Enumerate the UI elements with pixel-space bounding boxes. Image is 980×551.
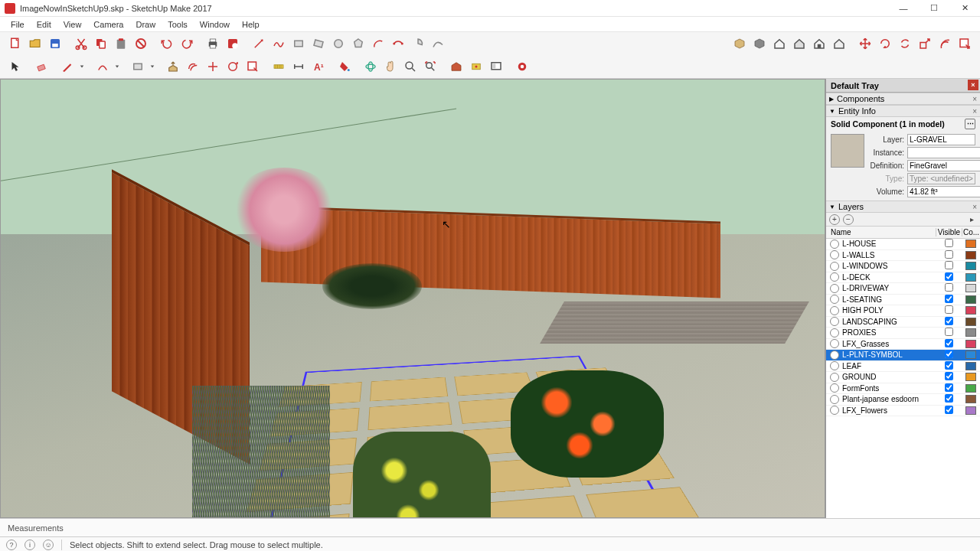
- column-name[interactable]: Name: [826, 228, 936, 236]
- tape-tool-icon[interactable]: [270, 57, 288, 76]
- rectangle-tool-icon[interactable]: [289, 34, 308, 53]
- select-tool-icon[interactable]: [6, 57, 24, 76]
- menu-draw[interactable]: Draw: [131, 18, 160, 31]
- dropdown-arrow-icon[interactable]: [78, 57, 86, 76]
- house4-icon[interactable]: [830, 34, 848, 53]
- dropdown-arrow-icon[interactable]: [149, 57, 156, 76]
- offset-tool-icon[interactable]: [184, 57, 202, 76]
- layer-visible-checkbox[interactable]: [936, 261, 962, 271]
- definition-field[interactable]: FineGravel: [907, 160, 980, 171]
- layer-radio[interactable]: [830, 406, 839, 415]
- orbit-tool-icon[interactable]: [361, 57, 380, 76]
- layer-color-swatch[interactable]: [965, 340, 976, 348]
- layer-row[interactable]: HIGH POLY: [826, 305, 980, 317]
- section-close-icon[interactable]: ×: [972, 203, 977, 211]
- entity-thumbnail[interactable]: [831, 134, 864, 168]
- help-icon[interactable]: ?: [6, 540, 17, 550]
- layer-visible-checkbox[interactable]: [936, 406, 962, 416]
- warehouse-icon[interactable]: [447, 57, 466, 76]
- paint-bucket-icon[interactable]: [335, 57, 354, 76]
- redo-icon[interactable]: [178, 34, 196, 53]
- paste-icon[interactable]: [112, 34, 130, 53]
- text-tool-icon[interactable]: A¹: [309, 57, 328, 76]
- layer-row[interactable]: PROXIES: [826, 328, 980, 339]
- extension-icon[interactable]: [467, 57, 485, 76]
- circle-tool-icon[interactable]: [329, 34, 348, 53]
- new-file-icon[interactable]: [6, 34, 24, 53]
- solid-component-icon[interactable]: [750, 34, 769, 53]
- menu-help[interactable]: Help: [237, 18, 264, 31]
- tray-title[interactable]: Default Tray ×: [826, 79, 980, 93]
- layer-row[interactable]: Plant-japanse esdoorn: [826, 394, 980, 406]
- layer-visible-checkbox[interactable]: [936, 394, 962, 404]
- layer-radio[interactable]: [830, 240, 839, 249]
- rotate-gizmo-icon[interactable]: [876, 34, 894, 53]
- instance-field[interactable]: [907, 147, 980, 158]
- close-button[interactable]: ✕: [949, 0, 980, 17]
- minimize-button[interactable]: —: [888, 0, 919, 17]
- pie-tool-icon[interactable]: [409, 34, 427, 53]
- open-file-icon[interactable]: [26, 34, 44, 53]
- layer-radio[interactable]: [830, 361, 839, 370]
- freehand-icon[interactable]: [270, 34, 288, 53]
- layer-radio[interactable]: [830, 317, 839, 326]
- house2-icon[interactable]: [790, 34, 808, 53]
- layer-radio[interactable]: [830, 328, 839, 337]
- layers-list[interactable]: L-HOUSEL-WALLSL-WINDOWSL-DECKL-DRIVEWAYL…: [826, 239, 980, 518]
- zoom-extents-icon[interactable]: [421, 57, 439, 76]
- layers-menu-icon[interactable]: ▸: [966, 214, 977, 225]
- info-icon[interactable]: i: [24, 540, 35, 550]
- layer-radio[interactable]: [830, 350, 839, 360]
- layer-visible-checkbox[interactable]: [936, 350, 962, 360]
- user-icon[interactable]: ☺: [43, 540, 54, 550]
- layer-radio[interactable]: [830, 306, 839, 315]
- layer-color-swatch[interactable]: [965, 395, 976, 403]
- arc-tool2-icon[interactable]: [93, 57, 112, 76]
- entity-info-section-header[interactable]: ▼ Entity Info ×: [826, 105, 980, 117]
- layer-visible-checkbox[interactable]: [936, 383, 962, 393]
- menu-file[interactable]: File: [6, 18, 29, 31]
- house-icon[interactable]: [770, 34, 789, 53]
- column-visible[interactable]: Visible: [936, 228, 962, 236]
- bezier-tool-icon[interactable]: [429, 34, 447, 53]
- layer-visible-checkbox[interactable]: [936, 317, 962, 327]
- layer-row[interactable]: L-WALLS: [826, 250, 980, 262]
- layer-row[interactable]: L-WINDOWS: [826, 261, 980, 272]
- zoom-tool-icon[interactable]: [401, 57, 420, 76]
- layer-visible-checkbox[interactable]: [936, 250, 962, 260]
- menu-view[interactable]: View: [59, 18, 87, 31]
- polygon-tool-icon[interactable]: [349, 34, 368, 53]
- layer-row[interactable]: L-PLNT-SYMBOL: [826, 350, 980, 361]
- line-tool-icon[interactable]: [250, 34, 268, 53]
- layer-row[interactable]: FormFonts: [826, 383, 980, 395]
- layer-color-swatch[interactable]: [965, 384, 976, 393]
- layer-row[interactable]: LFX_Flowers: [826, 406, 980, 417]
- menu-tools[interactable]: Tools: [163, 18, 192, 31]
- layer-radio[interactable]: [830, 383, 839, 393]
- delete-icon[interactable]: [132, 34, 150, 53]
- layer-color-swatch[interactable]: [965, 318, 976, 326]
- layer-row[interactable]: L-SEATING: [826, 295, 980, 306]
- layer-row[interactable]: LFX_Grasses: [826, 339, 980, 350]
- layers-section-header[interactable]: ▼ Layers ×: [826, 201, 980, 213]
- layer-color-swatch[interactable]: [965, 251, 976, 259]
- layer-radio[interactable]: [830, 262, 839, 271]
- rotate-tool-icon[interactable]: [224, 57, 242, 76]
- shape-tool-icon[interactable]: [129, 57, 147, 76]
- layer-visible-checkbox[interactable]: [936, 295, 962, 305]
- export-icon[interactable]: [956, 34, 974, 53]
- house3-icon[interactable]: [810, 34, 828, 53]
- layer-row[interactable]: L-DECK: [826, 272, 980, 284]
- scale-tool-icon[interactable]: [243, 57, 262, 76]
- layer-row[interactable]: L-HOUSE: [826, 239, 980, 250]
- layer-visible-checkbox[interactable]: [936, 283, 962, 293]
- copy-icon[interactable]: [92, 34, 110, 53]
- layer-row[interactable]: GROUND: [826, 372, 980, 383]
- layer-radio[interactable]: [830, 250, 839, 259]
- model-info-icon[interactable]: [224, 34, 242, 53]
- layer-visible-checkbox[interactable]: [936, 328, 962, 337]
- column-color[interactable]: Co...: [962, 228, 980, 236]
- section-close-icon[interactable]: ×: [972, 95, 977, 103]
- undo-icon[interactable]: [158, 34, 176, 53]
- pan-tool-icon[interactable]: [381, 57, 400, 76]
